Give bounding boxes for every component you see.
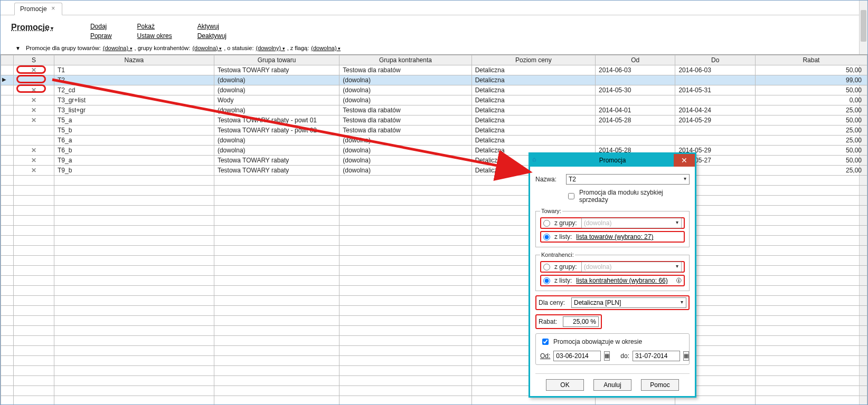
action-aktywuj[interactable]: Aktywuj <box>197 23 227 30</box>
label-z-grupy: z grupy: <box>554 219 577 227</box>
filter-status[interactable]: (dowolny) <box>256 45 285 51</box>
action-deaktywuj[interactable]: Deaktywuj <box>197 32 227 40</box>
col-do[interactable]: Do <box>675 55 755 65</box>
select-dla-ceny[interactable]: Detaliczna [PLN] <box>571 297 686 308</box>
calendar-icon[interactable]: ▦ <box>604 351 610 361</box>
action-pokaz[interactable]: Pokaż <box>137 23 172 30</box>
cell <box>1 126 14 136</box>
cell: Testowa TOWARY rabaty - powt 02 <box>214 126 339 136</box>
table-row[interactable]: ✕T6_b(dowolna)(dowolna)Detaliczna2014-05… <box>1 146 867 156</box>
table-row[interactable]: ✕T1Testowa TOWARY rabatyTestowa dla raba… <box>1 65 867 75</box>
cell: T6_a <box>54 136 214 146</box>
cell <box>675 136 755 146</box>
col-od[interactable]: Od <box>595 55 675 65</box>
cell <box>14 126 54 136</box>
cell: Testowa dla rabatów <box>339 65 471 75</box>
checkbox-okres[interactable] <box>542 339 549 345</box>
input-rabat[interactable] <box>563 316 599 327</box>
dialog-icon: ⌂ <box>532 156 541 164</box>
legend-towary: Towary: <box>540 208 562 214</box>
table-row[interactable]: ▶T2(dowolna)(dowolna)Detaliczna99,00 <box>1 75 867 85</box>
dialog-titlebar[interactable]: ⌂ Promocja ✕ <box>530 154 695 167</box>
cell <box>1 65 14 75</box>
filter-label-towary: Promocje dla grupy towarów: <box>26 45 101 51</box>
table-row[interactable]: ✕T3_list+gr(dowolna)Testowa dla rabatówD… <box>1 105 867 115</box>
col-rabat[interactable]: Rabat <box>755 55 867 65</box>
table-row[interactable]: ✕T9_bTestowa TOWARY rabaty(dowolna)Detal… <box>1 166 867 176</box>
cell: (dowolna) <box>339 85 471 95</box>
col-grupa-kontrahenta[interactable]: Grupa kontrahenta <box>339 55 471 65</box>
label-z-listy: z listy: <box>554 233 572 240</box>
cell: (dowolna) <box>339 136 471 146</box>
cell: (dowolna) <box>214 136 339 146</box>
select-nazwa[interactable]: T2 <box>566 174 690 185</box>
cancel-button[interactable]: Anuluj <box>593 379 631 391</box>
table-row[interactable]: ✕T5_aTestowa TOWARY rabaty - powt 01Test… <box>1 115 867 126</box>
cell: Testowa dla rabatów <box>339 126 471 136</box>
table-row[interactable]: T5_bTestowa TOWARY rabaty - powt 02Testo… <box>1 126 867 136</box>
table[interactable]: S Nazwa Grupa towaru Grupa kontrahenta P… <box>1 55 867 405</box>
cell: 2014-05-31 <box>675 85 755 95</box>
input-od[interactable] <box>553 351 601 361</box>
dialog-buttons: OK Anuluj Pomoc <box>535 373 690 391</box>
table-row-empty <box>1 256 867 266</box>
label-nazwa: Nazwa: <box>535 176 563 183</box>
cell: Testowa dla rabatów <box>339 105 471 115</box>
filter-grupa-kontra[interactable]: (dowolna) <box>192 45 222 51</box>
action-ustaw-okres[interactable]: Ustaw okres <box>137 32 172 40</box>
close-icon[interactable]: ✕ <box>674 154 695 167</box>
help-icon[interactable]: 🛈 <box>676 277 682 284</box>
link-lista-kontrahentow[interactable]: lista kontrahentów (wybrano: 66) <box>576 277 667 284</box>
cell: Detaliczna <box>471 105 595 115</box>
cell: 2014-05-30 <box>595 85 675 95</box>
cell: (dowolna) <box>339 75 471 85</box>
cell: (dowolna) <box>339 166 471 176</box>
col-s[interactable]: S <box>14 55 54 65</box>
dialog-title: Promocja <box>599 157 626 164</box>
table-row-empty <box>1 306 867 316</box>
table-row-empty <box>1 326 867 336</box>
filter-grupa-towarow[interactable]: (dowolna) <box>103 45 133 51</box>
input-do[interactable] <box>633 351 680 361</box>
close-icon[interactable]: × <box>50 6 56 12</box>
col-grupa-towaru[interactable]: Grupa towaru <box>214 55 339 65</box>
col-marker[interactable] <box>1 55 14 65</box>
action-dodaj[interactable]: Dodaj <box>90 23 112 30</box>
help-button[interactable]: Pomoc <box>641 379 679 391</box>
filter-toggle-icon[interactable]: ▼ <box>15 45 21 51</box>
cell: 25,00 <box>755 166 867 176</box>
filter-label-flaga: , z flagą: <box>287 45 309 51</box>
table-row-empty <box>1 176 867 186</box>
label-od[interactable]: Od: <box>540 352 550 360</box>
radio-kontra-z-grupy[interactable] <box>543 264 550 271</box>
cell: T5_a <box>54 115 214 126</box>
table-row-empty <box>1 226 867 236</box>
cell: Detaliczna <box>471 75 595 85</box>
table-row[interactable]: ✕T9_aTestowa TOWARY rabaty(dowolna)Detal… <box>1 156 867 166</box>
cell: 2014-06-03 <box>595 65 675 75</box>
calendar-icon[interactable]: ▦ <box>683 351 689 361</box>
scroll-thumb[interactable] <box>861 10 866 42</box>
table-row[interactable]: T6_a(dowolna)(dowolna)Detaliczna25,00 <box>1 136 867 146</box>
col-nazwa[interactable]: Nazwa <box>54 55 214 65</box>
col-poziom-ceny[interactable]: Poziom ceny <box>471 55 595 65</box>
cell: 50,00 <box>755 65 867 75</box>
filter-flaga[interactable]: (dowolna) <box>311 45 341 51</box>
table-row[interactable]: ✕T2_cd(dowolna)(dowolna)Detaliczna2014-0… <box>1 85 867 95</box>
table-row[interactable]: ✕T3_gr+listWody(dowolna)Detaliczna0,00 <box>1 95 867 105</box>
radio-towary-z-grupy[interactable] <box>543 220 550 227</box>
dialog-promocja: ⌂ Promocja ✕ Nazwa: T2 Promocja dla modu… <box>529 152 696 398</box>
link-lista-towarow[interactable]: lista towarów (wybrano: 27) <box>576 233 653 240</box>
table-row-empty <box>1 396 867 406</box>
action-popraw[interactable]: Popraw <box>90 32 112 40</box>
checkbox-szybka-sprzedaz[interactable] <box>568 193 574 199</box>
cell <box>1 85 14 95</box>
radio-kontra-z-listy[interactable] <box>543 277 550 284</box>
ok-button[interactable]: OK <box>546 379 584 391</box>
page-title[interactable]: Promocje <box>11 23 53 33</box>
cell: Detaliczna <box>471 136 595 146</box>
cell <box>595 126 675 136</box>
tab-promocje[interactable]: Promocje × <box>14 3 62 15</box>
fieldset-towary: Towary: z grupy: (dowolna) z listy: list… <box>535 208 690 247</box>
radio-towary-z-listy[interactable] <box>543 234 550 240</box>
